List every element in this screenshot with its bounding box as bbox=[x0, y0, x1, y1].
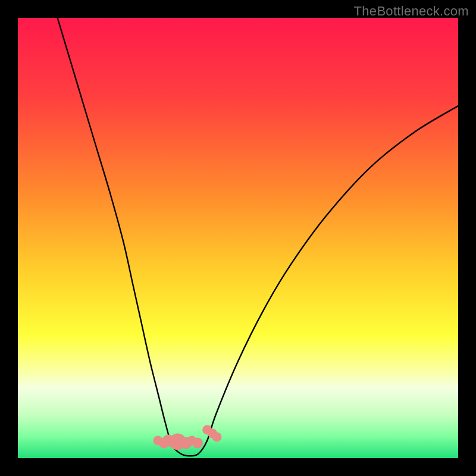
plot-area bbox=[18, 18, 458, 458]
bottom-markers bbox=[153, 425, 221, 450]
marker-dot bbox=[170, 433, 186, 450]
chart-frame: TheBottleneck.com bbox=[0, 0, 476, 476]
bottleneck-curve bbox=[58, 18, 458, 456]
marker-dot bbox=[192, 437, 203, 448]
watermark-text: TheBottleneck.com bbox=[354, 4, 469, 19]
marker-dot bbox=[212, 432, 221, 441]
curve-layer bbox=[18, 18, 458, 458]
